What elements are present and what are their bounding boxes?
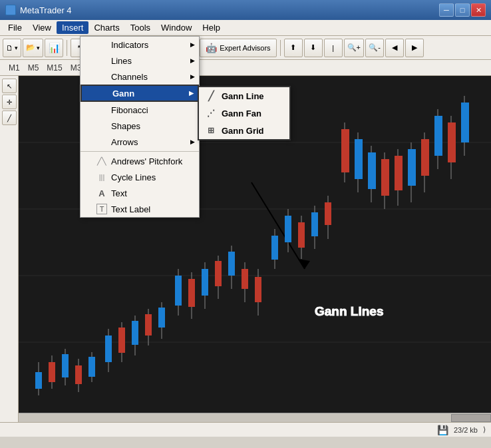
svg-rect-10 [62, 354, 69, 377]
channels-label: Channels [111, 72, 148, 82]
close-button[interactable]: ✕ [471, 3, 486, 17]
svg-rect-6 [35, 372, 42, 389]
gann-submenu[interactable]: ╱ Gann Line ⋰ Gann Fan ⊞ Gann Grid [198, 86, 291, 140]
sep1 [67, 40, 67, 56]
menu-indicators[interactable]: Indicators [81, 37, 199, 53]
left-cursor-btn[interactable]: ↖ [2, 79, 17, 93]
menu-shapes[interactable]: Shapes [81, 118, 199, 134]
svg-rect-32 [215, 261, 222, 286]
shapes-icon [96, 120, 107, 131]
svg-rect-30 [202, 269, 208, 296]
svg-rect-24 [158, 308, 165, 328]
toolbar-new-button[interactable]: 🗋 ▾ [3, 39, 21, 57]
open-icon: 📂 [26, 43, 35, 52]
menu-charts[interactable]: Charts [88, 21, 124, 34]
menu-andrews-pitchfork[interactable]: ╱╲ Andrews' Pitchfork [81, 153, 199, 169]
svg-rect-54 [355, 139, 363, 179]
toolbar-magnify-plus[interactable]: 🔍+ [344, 39, 364, 57]
svg-rect-58 [381, 159, 389, 196]
lines-icon [96, 55, 107, 66]
menu-cycle-lines[interactable]: ||| Cycle Lines [81, 169, 199, 185]
cycle-lines-label: Cycle Lines [111, 172, 156, 182]
svg-rect-12 [75, 365, 82, 384]
menu-lines[interactable]: Lines [81, 53, 199, 69]
gann-fan-item[interactable]: ⋰ Gann Fan [199, 105, 289, 122]
svg-rect-62 [408, 149, 416, 186]
svg-rect-50 [325, 202, 331, 225]
tf-m1[interactable]: M1 [5, 63, 23, 73]
insert-dropdown[interactable]: Indicators Lines Channels Gann ╱ Gann Li… [80, 36, 200, 218]
toolbar-zoom-in[interactable]: ⬆ [284, 39, 303, 57]
cycle-lines-icon: ||| [96, 172, 107, 182]
indicators-icon [96, 39, 107, 50]
toolbar-left-scroll[interactable]: ◀ [385, 39, 404, 57]
left-cross-btn[interactable]: ✛ [2, 95, 17, 109]
svg-rect-36 [242, 269, 248, 289]
scrollbar-thumb[interactable] [451, 414, 491, 422]
svg-rect-68 [448, 122, 456, 162]
menu-file[interactable]: File [3, 21, 27, 34]
indicators-label: Indicators [111, 40, 148, 50]
arrows-icon [96, 136, 107, 147]
menu-window[interactable]: Window [156, 21, 197, 34]
pitchfork-icon: ╱╲ [96, 156, 107, 166]
expert-advisors-button[interactable]: 🤖 Expert Advisors [200, 39, 276, 57]
menu-view[interactable]: View [27, 21, 57, 34]
gann-grid-item[interactable]: ⊞ Gann Grid [199, 122, 289, 139]
svg-rect-66 [434, 116, 442, 156]
svg-rect-14 [88, 357, 95, 377]
toolbar-open-button[interactable]: 📂 ▾ [23, 39, 43, 57]
app-icon [5, 5, 16, 15]
toolbar-extra1[interactable]: 📊 [45, 39, 63, 57]
svg-rect-22 [145, 314, 152, 336]
toolbar-magnify-minus[interactable]: 🔍- [365, 39, 384, 57]
text-icon: A [96, 188, 107, 198]
minimize-button[interactable]: ─ [439, 3, 454, 17]
menu-fibonacci[interactable]: Fibonacci [81, 102, 199, 118]
menu-arrows[interactable]: Arrows [81, 134, 199, 150]
menu-text-label[interactable]: T Text Label [81, 201, 199, 217]
menu-gann[interactable]: Gann ╱ Gann Line ⋰ Gann Fan ⊞ Gann Grid [81, 85, 199, 102]
main-toolbar: 🗋 ▾ 📂 ▾ 📊 ↖ ✛ — ⬇ New Order 🤖 Expert Adv… [0, 36, 491, 60]
text-label-icon: T [96, 204, 107, 214]
menu-insert[interactable]: Insert [57, 21, 89, 34]
menu-help[interactable]: Help [197, 21, 226, 34]
toolbar-period-sep[interactable]: | [324, 39, 343, 57]
svg-rect-20 [132, 321, 138, 345]
gann-line-label: Gann Line [222, 91, 264, 101]
gann-grid-label: Gann Grid [222, 126, 264, 136]
tf-m5[interactable]: M5 [25, 63, 43, 73]
menu-channels[interactable]: Channels [81, 69, 199, 85]
toolbar-zoom-out[interactable]: ⬇ [304, 39, 323, 57]
dropdown-arrow: ▾ [15, 45, 18, 51]
text-label-label: Text Label [111, 204, 150, 214]
sep-line [81, 151, 199, 152]
left-line-btn[interactable]: ╱ [2, 111, 17, 125]
toolbar-right-scroll[interactable]: ▶ [405, 39, 424, 57]
menu-tools[interactable]: Tools [125, 21, 156, 34]
fibonacci-icon [96, 105, 107, 115]
shapes-label: Shapes [111, 121, 140, 131]
disk-icon: 💾 [437, 425, 448, 435]
svg-rect-42 [271, 236, 278, 260]
gann-icon [98, 88, 108, 99]
arrows-label: Arrows [111, 137, 138, 147]
chart-scrollbar[interactable] [19, 413, 491, 422]
svg-rect-56 [368, 152, 376, 189]
gann-label: Gann [112, 89, 134, 99]
menu-text[interactable]: A Text [81, 185, 199, 201]
svg-rect-48 [311, 212, 318, 236]
maximize-button[interactable]: □ [455, 3, 470, 17]
gann-line-item[interactable]: ╱ Gann Line [199, 87, 289, 105]
channels-icon [96, 71, 107, 82]
scroll-icon: ⟩ [483, 425, 486, 434]
dropdown-arrow2: ▾ [37, 45, 40, 51]
svg-rect-46 [298, 222, 305, 248]
tf-m15[interactable]: M15 [43, 63, 65, 73]
title-bar-controls[interactable]: ─ □ ✕ [439, 3, 486, 17]
title-bar-left: MetaTrader 4 [5, 5, 72, 15]
ea-label: Expert Advisors [220, 44, 270, 52]
timeframe-bar: M1 M5 M15 M30 H1 H4 D1 W1 MN [0, 60, 491, 76]
chart-icon: 📊 [49, 43, 60, 53]
lines-label: Lines [111, 56, 132, 66]
